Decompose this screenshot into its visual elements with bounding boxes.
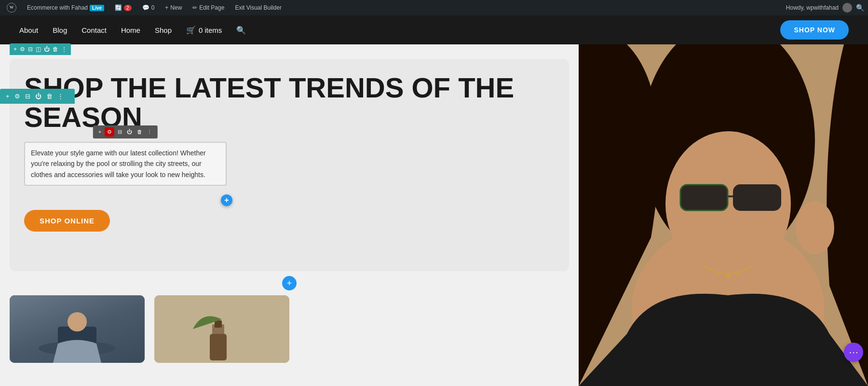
thumb-hat-bg bbox=[10, 295, 145, 363]
section-delete-icon[interactable]: 🗑 bbox=[45, 92, 54, 101]
admin-bar-left: W Ecommerce with Fahad Live 🔄 2 💬 0 + Ne… bbox=[4, 1, 784, 14]
comments-button[interactable]: 💬 0 bbox=[139, 2, 158, 13]
search-icon[interactable]: 🔍 bbox=[856, 4, 864, 12]
svg-rect-13 bbox=[680, 184, 728, 211]
nav-contact[interactable]: Contact bbox=[81, 26, 107, 34]
thumb-bottle bbox=[154, 295, 289, 363]
exit-builder-button[interactable]: Exit Visual Builder bbox=[232, 2, 285, 13]
row-toolbar: + ⚙ ⊟ ◫ ⏻ 🗑 ⋮ bbox=[10, 43, 71, 55]
svg-rect-14 bbox=[733, 184, 781, 211]
svg-point-19 bbox=[796, 201, 834, 254]
add-section-area: + bbox=[10, 276, 569, 290]
svg-point-5 bbox=[68, 312, 87, 331]
site-name: Ecommerce with Fahad bbox=[27, 4, 88, 11]
elem-delete-icon[interactable]: 🗑 bbox=[136, 128, 144, 136]
section-layout-icon[interactable]: ⊟ bbox=[24, 92, 31, 101]
add-section-button[interactable]: + bbox=[282, 276, 297, 290]
section-add-icon[interactable]: + bbox=[5, 92, 11, 101]
thumb-hat bbox=[10, 295, 145, 363]
avatar bbox=[842, 3, 852, 13]
hat-svg bbox=[34, 305, 121, 363]
row-columns-icon[interactable]: ◫ bbox=[36, 46, 41, 53]
site-name-button[interactable]: Ecommerce with Fahad Live bbox=[24, 2, 107, 13]
pencil-icon: ✏ bbox=[192, 4, 197, 11]
edit-page-button[interactable]: ✏ Edit Page bbox=[190, 2, 227, 13]
nav-shop[interactable]: Shop bbox=[155, 26, 172, 34]
new-button[interactable]: + New bbox=[162, 2, 185, 13]
svg-text:W: W bbox=[10, 5, 14, 10]
bottom-thumbs bbox=[10, 295, 569, 363]
nav-home[interactable]: Home bbox=[121, 26, 140, 34]
elem-settings-icon[interactable]: ⚙ bbox=[105, 127, 114, 137]
text-block-container: + ⚙ ⊟ ⏻ 🗑 ⋮ + Elevate your style game wi… bbox=[24, 142, 227, 200]
cart-icon: 🛒 bbox=[186, 26, 196, 35]
hero-image bbox=[579, 44, 868, 386]
hero-box: + ⚙ ⊟ ◫ ⏻ 🗑 ⋮ SHOP THE LATEST TRENDS OF … bbox=[10, 59, 569, 271]
hero-title: SHOP THE LATEST TRENDS OF THE SEASON bbox=[24, 73, 555, 132]
elem-visibility-icon[interactable]: ⏻ bbox=[125, 128, 134, 136]
section-settings-icon[interactable]: ⚙ bbox=[14, 92, 21, 101]
new-label: New bbox=[170, 4, 182, 11]
row-visibility-icon[interactable]: ⏻ bbox=[44, 46, 50, 53]
updates-button[interactable]: 🔄 2 bbox=[112, 2, 135, 13]
row-delete-icon[interactable]: 🗑 bbox=[53, 46, 58, 53]
row-add-icon[interactable]: + bbox=[14, 46, 17, 53]
nav-bar: About Blog Contact Home Shop 🛒 0 items 🔍… bbox=[0, 15, 868, 44]
svg-point-18 bbox=[726, 274, 730, 278]
shop-online-container: SHOP ONLINE bbox=[24, 205, 555, 232]
right-panel: ⋯ bbox=[579, 44, 868, 386]
svg-rect-8 bbox=[210, 334, 227, 360]
left-panel: + ⚙ ⊟ ◫ ⏻ 🗑 ⋮ SHOP THE LATEST TRENDS OF … bbox=[0, 44, 579, 386]
admin-bar: W Ecommerce with Fahad Live 🔄 2 💬 0 + Ne… bbox=[0, 0, 868, 15]
update-icon: 🔄 bbox=[115, 4, 122, 11]
wp-logo-button[interactable]: W bbox=[4, 1, 19, 14]
live-badge: Live bbox=[90, 5, 104, 11]
nav-about[interactable]: About bbox=[19, 26, 38, 34]
main-content: + ⚙ ⊟ ⏻ 🗑 ⋮ + ⚙ ⊟ ◫ ⏻ 🗑 ⋮ SHOP THE LATES… bbox=[0, 44, 868, 386]
nav-blog[interactable]: Blog bbox=[53, 26, 67, 34]
section-toolbar: + ⚙ ⊟ ⏻ 🗑 ⋮ bbox=[0, 89, 75, 104]
elem-layout-icon[interactable]: ⊟ bbox=[116, 128, 123, 136]
plus-cursor[interactable]: + bbox=[221, 194, 232, 206]
cart-area[interactable]: 🛒 0 items bbox=[186, 26, 222, 35]
float-menu-button[interactable]: ⋯ bbox=[844, 343, 863, 362]
section-more-icon[interactable]: ⋮ bbox=[56, 92, 65, 101]
elem-more-icon[interactable]: ⋮ bbox=[146, 128, 154, 136]
shop-online-button[interactable]: SHOP ONLINE bbox=[24, 210, 110, 232]
plus-icon: + bbox=[165, 4, 168, 11]
float-menu: ⋯ bbox=[844, 343, 863, 362]
howdy-text: Howdy, wpwithfahad bbox=[786, 4, 839, 11]
updates-count: 2 bbox=[124, 5, 132, 11]
shop-now-button[interactable]: SHOP NOW bbox=[780, 20, 849, 40]
section-visibility-icon[interactable]: ⏻ bbox=[34, 92, 42, 101]
elem-add-icon[interactable]: + bbox=[97, 128, 103, 136]
hero-person-svg bbox=[579, 44, 868, 386]
comment-icon: 💬 bbox=[142, 4, 149, 11]
row-settings-icon[interactable]: ⚙ bbox=[20, 46, 25, 53]
row-layout-icon[interactable]: ⊟ bbox=[28, 46, 33, 53]
thumb-bottle-bg bbox=[154, 295, 289, 363]
bottle-svg bbox=[154, 295, 289, 363]
nav-links: About Blog Contact Home Shop 🛒 0 items 🔍 bbox=[19, 26, 246, 35]
nav-search-icon[interactable]: 🔍 bbox=[236, 26, 246, 35]
hero-body-text: Elevate your style game with our latest … bbox=[24, 142, 227, 186]
cart-count: 0 items bbox=[199, 26, 222, 34]
row-more-icon[interactable]: ⋮ bbox=[61, 46, 67, 53]
exit-builder-label: Exit Visual Builder bbox=[235, 4, 282, 11]
edit-page-label: Edit Page bbox=[199, 4, 224, 11]
comments-count: 0 bbox=[151, 4, 155, 11]
element-toolbar: + ⚙ ⊟ ⏻ 🗑 ⋮ bbox=[93, 125, 158, 138]
admin-bar-right: Howdy, wpwithfahad 🔍 bbox=[786, 3, 864, 13]
